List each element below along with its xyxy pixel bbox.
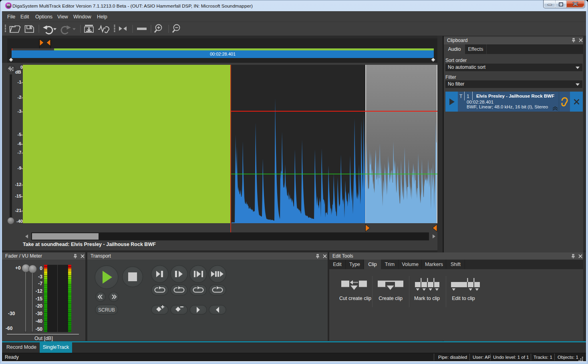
svg-text:SCRUB: SCRUB [98, 307, 115, 313]
